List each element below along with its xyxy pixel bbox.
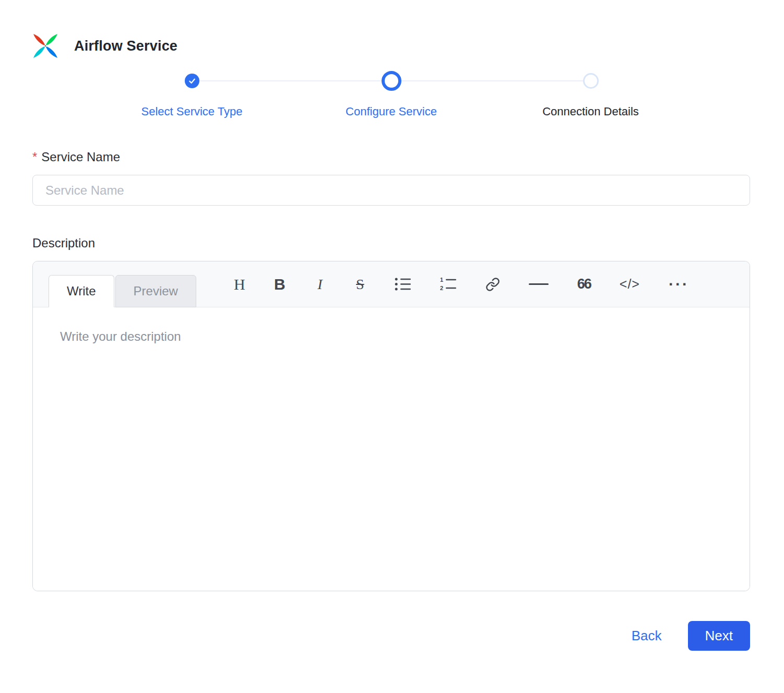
code-button[interactable]: </> [617,274,642,294]
tab-preview[interactable]: Preview [115,275,196,307]
italic-icon: I [317,276,322,293]
horizontal-rule-button[interactable] [527,281,551,287]
step-upcoming-circle [583,73,599,89]
italic-button[interactable]: I [312,274,328,295]
check-icon [188,77,196,85]
step-circle-select-service-type [92,70,292,91]
page-title: Airflow Service [74,38,177,54]
svg-text:1: 1 [440,277,443,283]
toolbar-icon-group: H B I S [232,273,691,295]
svg-text:2: 2 [440,285,443,291]
bulleted-list-button[interactable] [393,275,413,293]
wizard-stepper: Select Service Type Configure Service Co… [92,70,691,118]
editor-body [33,307,750,591]
stepper-track [92,70,691,91]
bold-button[interactable]: B [272,273,288,295]
horizontal-rule-icon [529,283,549,285]
heading-button[interactable]: H [232,273,247,295]
strikethrough-icon: S [356,276,364,293]
editor-toolbar: Write Preview H B I S [33,261,750,307]
step-label-select-service-type: Select Service Type [92,105,292,118]
markdown-editor: Write Preview H B I S [32,261,750,591]
quote-button[interactable]: 66 [575,274,593,294]
airflow-service-wizard: Airflow Service [0,0,784,693]
quote-icon: 66 [577,276,591,292]
step-active-circle [382,71,401,91]
code-icon: </> [620,277,640,292]
step-label-configure-service: Configure Service [292,105,491,118]
back-button[interactable]: Back [632,628,662,644]
step-label-connection-details: Connection Details [491,105,691,118]
heading-icon: H [234,276,245,293]
bulleted-list-icon [395,277,411,291]
step-circle-connection-details [491,70,691,91]
bold-icon: B [274,276,286,293]
numbered-list-icon: 1 2 [440,277,457,291]
next-button[interactable]: Next [688,621,750,651]
page-header: Airflow Service [32,33,750,59]
more-options-button[interactable]: ··· [667,273,691,295]
step-circle-configure-service [292,70,491,91]
more-options-icon: ··· [669,276,689,293]
service-name-label-text: Service Name [41,150,120,164]
airflow-logo-icon [32,33,58,59]
required-asterisk: * [32,150,37,164]
wizard-footer: Back Next [32,621,750,651]
link-icon [485,277,500,292]
service-name-label: *Service Name [32,150,750,164]
service-name-field-block: *Service Name [32,150,750,206]
description-label: Description [32,236,750,250]
tab-write[interactable]: Write [49,275,114,307]
description-textarea[interactable] [33,307,750,591]
numbered-list-button[interactable]: 1 2 [438,275,459,293]
editor-tabs: Write Preview [49,275,196,307]
link-button[interactable] [483,275,502,294]
description-field-block: Description Write Preview H B I [32,236,750,591]
service-name-input[interactable] [32,175,750,206]
strikethrough-button[interactable]: S [352,274,368,295]
step-completed-circle [185,74,199,88]
